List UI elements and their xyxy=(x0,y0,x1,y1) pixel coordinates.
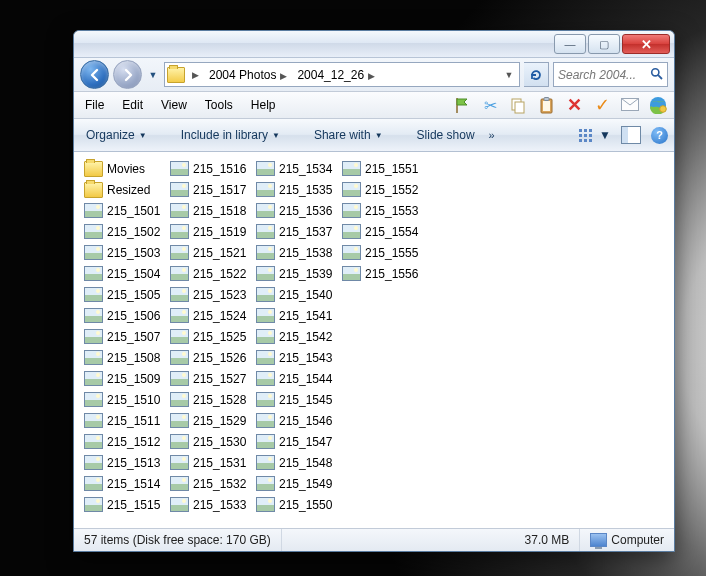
file-item[interactable]: 215_1515 xyxy=(84,494,160,515)
file-item[interactable]: 215_1519 xyxy=(170,221,246,242)
file-item[interactable]: 215_1511 xyxy=(84,410,160,431)
breadcrumb-0[interactable]: 2004 Photos▶ xyxy=(205,68,291,82)
file-item[interactable]: 215_1544 xyxy=(256,368,332,389)
file-item[interactable]: 215_1549 xyxy=(256,473,332,494)
preview-pane-button[interactable] xyxy=(621,126,641,144)
clipboard-icon[interactable] xyxy=(536,95,556,115)
menu-help[interactable]: Help xyxy=(242,95,285,115)
file-item[interactable]: 215_1542 xyxy=(256,326,332,347)
file-item[interactable]: 215_1547 xyxy=(256,431,332,452)
file-item[interactable]: 215_1538 xyxy=(256,242,332,263)
menu-edit[interactable]: Edit xyxy=(113,95,152,115)
file-item[interactable]: 215_1546 xyxy=(256,410,332,431)
refresh-button[interactable] xyxy=(524,62,549,87)
file-item[interactable]: 215_1509 xyxy=(84,368,160,389)
menu-view[interactable]: View xyxy=(152,95,196,115)
file-item[interactable]: 215_1510 xyxy=(84,389,160,410)
nav-history-dropdown[interactable]: ▼ xyxy=(146,61,160,88)
file-item[interactable]: 215_1524 xyxy=(170,305,246,326)
file-item[interactable]: 215_1550 xyxy=(256,494,332,515)
file-item[interactable]: 215_1553 xyxy=(342,200,418,221)
file-item[interactable]: 215_1513 xyxy=(84,452,160,473)
file-item[interactable]: 215_1556 xyxy=(342,263,418,284)
folder-item[interactable]: Resized xyxy=(84,179,160,200)
mail-icon[interactable] xyxy=(620,95,640,115)
menu-tools[interactable]: Tools xyxy=(196,95,242,115)
file-item[interactable]: 215_1522 xyxy=(170,263,246,284)
view-mode-button[interactable]: ▼ xyxy=(579,128,611,142)
file-item[interactable]: 215_1551 xyxy=(342,158,418,179)
file-item[interactable]: 215_1527 xyxy=(170,368,246,389)
file-item[interactable]: 215_1548 xyxy=(256,452,332,473)
cmd-slideshow[interactable]: Slide show xyxy=(411,125,481,145)
file-item[interactable]: 215_1540 xyxy=(256,284,332,305)
titlebar[interactable]: — ▢ ✕ xyxy=(74,31,674,58)
file-item[interactable]: 215_1517 xyxy=(170,179,246,200)
file-item[interactable]: 215_1545 xyxy=(256,389,332,410)
file-item[interactable]: 215_1514 xyxy=(84,473,160,494)
address-bar[interactable]: ▶ 2004 Photos▶ 2004_12_26▶ ▼ xyxy=(164,62,520,87)
help-button[interactable]: ? xyxy=(651,127,668,144)
file-item[interactable]: 215_1537 xyxy=(256,221,332,242)
file-item[interactable]: 215_1502 xyxy=(84,221,160,242)
file-item[interactable]: 215_1516 xyxy=(170,158,246,179)
file-item[interactable]: 215_1526 xyxy=(170,347,246,368)
image-icon xyxy=(256,182,275,197)
file-item[interactable]: 215_1505 xyxy=(84,284,160,305)
search-box[interactable]: Search 2004... xyxy=(553,62,668,87)
breadcrumb-1[interactable]: 2004_12_26▶ xyxy=(293,68,379,82)
item-label: 215_1506 xyxy=(107,309,160,323)
file-item[interactable]: 215_1504 xyxy=(84,263,160,284)
file-item[interactable]: 215_1543 xyxy=(256,347,332,368)
file-item[interactable]: 215_1503 xyxy=(84,242,160,263)
delete-icon[interactable]: ✕ xyxy=(564,95,584,115)
cmd-organize[interactable]: Organize▼ xyxy=(80,125,153,145)
file-item[interactable]: 215_1534 xyxy=(256,158,332,179)
file-item[interactable]: 215_1507 xyxy=(84,326,160,347)
file-item[interactable]: 215_1554 xyxy=(342,221,418,242)
svg-rect-10 xyxy=(579,129,582,132)
menu-bar: File Edit View Tools Help ✂ ✕ ✓ xyxy=(74,92,674,119)
menu-file[interactable]: File xyxy=(76,95,113,115)
file-item[interactable]: 215_1552 xyxy=(342,179,418,200)
forward-button[interactable] xyxy=(113,60,142,89)
cmd-overflow[interactable]: » xyxy=(483,126,499,144)
file-item[interactable]: 215_1555 xyxy=(342,242,418,263)
minimize-button[interactable]: — xyxy=(554,34,586,54)
file-item[interactable]: 215_1530 xyxy=(170,431,246,452)
file-item[interactable]: 215_1531 xyxy=(170,452,246,473)
file-item[interactable]: 215_1529 xyxy=(170,410,246,431)
address-dropdown[interactable]: ▼ xyxy=(501,70,517,80)
file-list[interactable]: MoviesResized215_1501215_1502215_1503215… xyxy=(74,152,674,528)
flag-icon[interactable] xyxy=(452,95,472,115)
file-item[interactable]: 215_1523 xyxy=(170,284,246,305)
file-item[interactable]: 215_1528 xyxy=(170,389,246,410)
check-icon[interactable]: ✓ xyxy=(592,95,612,115)
file-item[interactable]: 215_1501 xyxy=(84,200,160,221)
file-item[interactable]: 215_1535 xyxy=(256,179,332,200)
file-item[interactable]: 215_1532 xyxy=(170,473,246,494)
file-item[interactable]: 215_1512 xyxy=(84,431,160,452)
globe-icon[interactable] xyxy=(648,95,668,115)
file-item[interactable]: 215_1525 xyxy=(170,326,246,347)
close-button[interactable]: ✕ xyxy=(622,34,670,54)
back-button[interactable] xyxy=(80,60,109,89)
image-icon xyxy=(84,266,103,281)
file-item[interactable]: 215_1506 xyxy=(84,305,160,326)
cmd-include-in-library[interactable]: Include in library▼ xyxy=(175,125,286,145)
address-root-dropdown[interactable]: ▶ xyxy=(187,70,203,80)
file-item[interactable]: 215_1539 xyxy=(256,263,332,284)
cmd-share-with[interactable]: Share with▼ xyxy=(308,125,389,145)
file-item[interactable]: 215_1508 xyxy=(84,347,160,368)
file-item[interactable]: 215_1536 xyxy=(256,200,332,221)
item-label: 215_1510 xyxy=(107,393,160,407)
scissors-icon[interactable]: ✂ xyxy=(480,95,500,115)
image-icon xyxy=(84,287,103,302)
maximize-button[interactable]: ▢ xyxy=(588,34,620,54)
file-item[interactable]: 215_1533 xyxy=(170,494,246,515)
folder-item[interactable]: Movies xyxy=(84,158,160,179)
copy-icon[interactable] xyxy=(508,95,528,115)
file-item[interactable]: 215_1541 xyxy=(256,305,332,326)
file-item[interactable]: 215_1521 xyxy=(170,242,246,263)
file-item[interactable]: 215_1518 xyxy=(170,200,246,221)
